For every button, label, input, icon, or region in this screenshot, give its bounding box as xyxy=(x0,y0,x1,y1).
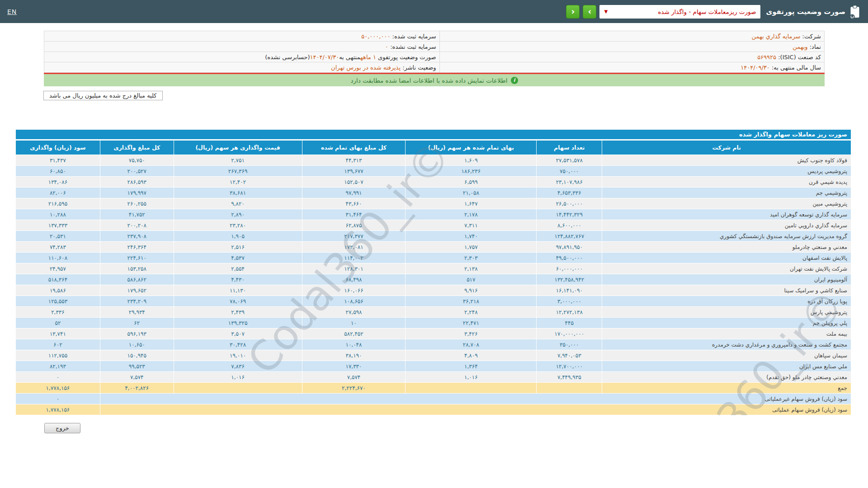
cell-name: پلي پروپیلن جم xyxy=(602,318,851,328)
table-row: پتروشیمي جم۴,۶۵۳,۳۳۶۲۱,۰۵۸۹۷,۹۹۱۳۸,۶۸۱۱۷… xyxy=(16,188,851,198)
info-cell-right: سال مالی منتهی به: ۱۴۰۴/۰۹/۳۰ xyxy=(439,62,824,73)
portfolio-clipboard-icon xyxy=(849,5,861,19)
cell-shares: ۶۰,۰۰۰,۰۰۰ xyxy=(537,263,602,274)
cell-shares: ۱۴,۴۴۲,۳۲۹ xyxy=(537,209,602,220)
cell-unit-sale: ۱۱,۱۳۰ xyxy=(174,285,302,296)
cell-shares xyxy=(537,383,602,394)
cell-name: فولاد کاوه جنوب کیش xyxy=(602,155,851,166)
cell-total-sale: ۷۵,۷۵۰ xyxy=(100,155,174,166)
info-label: سرمایه ثبت نشده: xyxy=(388,43,436,50)
cell-unit-sale: ۲,۷۵۱ xyxy=(174,155,302,166)
cell-unit-cost: ۱,۶۴۷ xyxy=(406,198,537,209)
column-header: نام شرکت xyxy=(602,140,851,155)
cell-unit-sale: ۴,۴۳۰ xyxy=(174,274,302,285)
cell-unit-sale: ۲,۵۵۴ xyxy=(174,263,302,274)
cell-total-cost: ۲۱۷,۳۷۷ xyxy=(302,231,406,242)
cell-total-sale: ۲۰۰,۲۰۸ xyxy=(100,220,174,231)
table-row: فولاد کاوه جنوب کیش۲۷,۵۳۱,۵۷۸۱,۶۰۹۴۴,۳۱۳… xyxy=(16,155,851,166)
divested-shares-table: صورت ریز معاملات سهام واگذار شده نام شرک… xyxy=(15,129,851,415)
cell-name: صنايع کاشي و سرامیک سینا xyxy=(602,285,851,296)
cell-total-cost: ۱۱۴,۰۰۲ xyxy=(302,253,406,263)
table-row: سیمان سپاهان۷,۹۴۰,۰۵۳۴,۸۰۹۳۸,۱۹۰۱۹,۰۱۰۱۵… xyxy=(16,350,851,361)
cell-shares: ۱۶,۱۴۱,۰۹۰ xyxy=(537,285,602,296)
info-row: کد صنعت (ISIC): ۵۶۹۹۲۵صورت وضعیت پورتفوی… xyxy=(44,52,825,62)
cell-unit-sale: ۱۹,۰۱۰ xyxy=(174,350,302,361)
info-cell-left: سرمایه ثبت شده: ۵۰,۰۰۰,۰۰۰ xyxy=(44,31,440,42)
info-label: نماد: xyxy=(808,43,821,50)
cell-shares: ۳۵۰,۰۰۰ xyxy=(537,339,602,350)
info-label: وضعیت ناشر: xyxy=(401,64,436,71)
chevron-left-icon: ‹ xyxy=(571,6,575,16)
info-cell-left: وضعیت ناشر: پذیرفته شده در بورس تهران xyxy=(44,62,440,73)
cell-total-cost: ۷,۵۷۴ xyxy=(302,372,406,383)
cell-unit-cost: ۷,۳۱۱ xyxy=(406,220,537,231)
cell-name: پتروشیمي مبین xyxy=(602,198,851,209)
cell-unit-cost: ۱,۷۴۰ xyxy=(406,231,537,242)
cell-total-cost: ۱۷,۳۳۰ xyxy=(302,361,406,372)
table-row: شرکت پالايش نفت تهران۶۰,۰۰۰,۰۰۰۲,۱۳۸۱۲۸,… xyxy=(16,263,851,274)
cell-total-sale: ۱۵۳,۲۵۸ xyxy=(100,263,174,274)
column-header: تعداد سهام xyxy=(537,140,602,155)
table-row: صنايع کاشي و سرامیک سینا۱۶,۱۴۱,۰۹۰۹,۹۱۶۱… xyxy=(16,285,851,296)
info-label: سال مالی منتهی به: xyxy=(770,64,821,71)
cell-profit: ۰ xyxy=(16,394,100,404)
table-title-row: صورت ریز معاملات سهام واگذار شده xyxy=(16,130,851,140)
cell-total-cost: ۱۶۰,۰۶۶ xyxy=(302,285,406,296)
cell-total-cost: ۶۲,۸۷۵ xyxy=(302,220,406,231)
info-icon: i xyxy=(511,77,518,84)
cell-profit: ۱۹,۵۸۶ xyxy=(16,285,100,296)
cell-profit: ۶۰,۸۵۰ xyxy=(16,166,100,177)
cell-shares: ۱۲۴,۸۸۲,۷۶۷ xyxy=(537,231,602,242)
previous-report-button[interactable]: ‹ xyxy=(566,5,580,19)
cell-profit: ۱۰,۲۸۸ xyxy=(16,209,100,220)
cell-unit-cost: ۵۱۷ xyxy=(406,274,537,285)
table-header-row: نام شرکتتعداد سهامبهای تمام شده هر سهم (… xyxy=(16,140,851,155)
language-link-en[interactable]: EN xyxy=(7,8,17,15)
cell-unit-sale: ۲۶۷,۳۶۹ xyxy=(174,166,302,177)
info-label: سرمایه ثبت شده: xyxy=(390,33,436,40)
cell-name: معدني و صنعتي چادرملو xyxy=(602,242,851,253)
table-row: معدني وصنعتي چادر ملو (حق تقدم)۷,۴۴۹,۹۳۵… xyxy=(16,372,851,383)
cell-profit: ۱۳,۷۴۱ xyxy=(16,328,100,339)
cell-profit: ۱,۷۷۸,۱۵۶ xyxy=(16,404,100,415)
cell-unit-cost: ۹,۹۱۶ xyxy=(406,285,537,296)
cell-shares: ۴,۶۵۳,۳۳۶ xyxy=(537,188,602,198)
info-cell-left: صورت وضعیت پورتفوی ۱ ماههمنتهی به۱۴۰۴/۰۷… xyxy=(44,52,440,62)
exit-button[interactable]: خروج xyxy=(44,423,80,433)
cell-total-cost: ۱۰,۰۴۸ xyxy=(302,339,406,350)
signature-match-notice: i اطلاعات نمایش داده شده با اطلاعات امضا… xyxy=(44,74,825,86)
info-row: سال مالی منتهی به: ۱۴۰۴/۰۹/۳۰وضعیت ناشر:… xyxy=(44,62,825,73)
cell-name: پديده شیمي قرن xyxy=(602,177,851,188)
report-type-dropdown[interactable]: صورت ریزمعاملات سهام - واگذار شده ▼ xyxy=(599,5,760,19)
cell-total-sale: ۵۹۶,۱۹۳ xyxy=(100,328,174,339)
cell-unit-cost: ۲,۱۷۸ xyxy=(406,209,537,220)
info-label: صورت وضعیت پورتفوی xyxy=(376,54,436,61)
cell-shares: ۱۳۲,۴۵۸,۹۴۲ xyxy=(537,274,602,285)
cell-unit-cost: ۳,۴۲۶ xyxy=(406,328,537,339)
table-row: بیمه ملت۱۷۰,۰۰۰,۰۰۰۳,۴۲۶۵۸۲,۴۵۲۳,۵۰۷۵۹۶,… xyxy=(16,328,851,339)
cell-unit-sale: ۳۸,۶۸۱ xyxy=(174,188,302,198)
cell-shares: ۴۹,۵۰۰,۰۰۰ xyxy=(537,253,602,263)
cell-total-sale: ۲۶۰,۲۵۵ xyxy=(100,198,174,209)
cell-total-sale: ۲۸۶,۵۹۳ xyxy=(100,177,174,188)
transactions-table-wrap: ©Codal360_ir ©Codal360_ir صورت ریز معامل… xyxy=(15,129,851,415)
cell-profit: ۷۴,۲۸۳ xyxy=(16,242,100,253)
info-label: کد صنعت (ISIC): xyxy=(776,54,821,61)
cell-profit: ۸۲,۰۰۶ xyxy=(16,188,100,198)
cell-total-sale: ۲۲۴,۶۱۰ xyxy=(100,253,174,263)
cell-total-cost: ۱۷۲,۰۸۱ xyxy=(302,242,406,253)
cell-unit-sale: ۲۳,۲۸۰ xyxy=(174,220,302,231)
cell-name: پتروشیمي پارس xyxy=(602,307,851,318)
info-label: شرکت: xyxy=(800,33,821,40)
cell-name: مجتمع کشت و صنعت و دامپروري و مرغداري دش… xyxy=(602,339,851,350)
info-label: منتهی به xyxy=(339,54,360,61)
cell-total-cost: ۴۳,۶۶۰ xyxy=(302,198,406,209)
info-cell-right: کد صنعت (ISIC): ۵۶۹۹۲۵ xyxy=(439,52,824,62)
table-row: سرمايه گذاري دارويي تامین۸,۶۰۰,۰۰۰۷,۳۱۱۶… xyxy=(16,220,851,231)
signature-match-text: اطلاعات نمایش داده شده با اطلاعات امضا ش… xyxy=(350,77,507,84)
cell-profit: ۳۱,۴۳۷ xyxy=(16,155,100,166)
top-bar: صورت وضعیت پورتفوی صورت ریزمعاملات سهام … xyxy=(0,0,868,23)
info-value: سرمايه گذاري بهمن xyxy=(752,33,801,40)
next-report-button[interactable]: › xyxy=(583,5,596,19)
cell-total-cost: ۳۱,۴۶۴ xyxy=(302,209,406,220)
